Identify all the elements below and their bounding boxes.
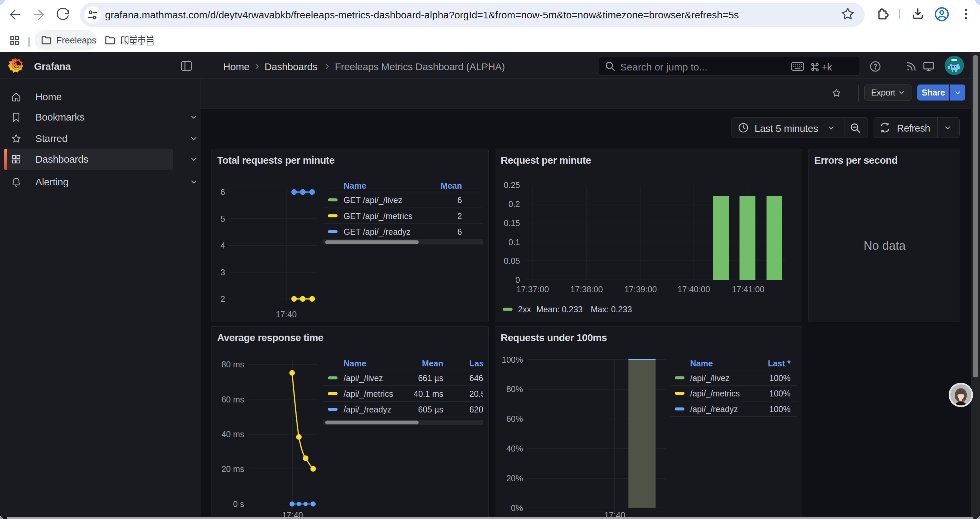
svg-text:0.2: 0.2 [508,200,520,209]
svg-text:Max: 0.233: Max: 0.233 [591,305,632,314]
svg-text:40.1 ms: 40.1 ms [414,389,443,398]
svg-text:40 ms: 40 ms [221,430,244,439]
svg-text:605 µs: 605 µs [418,405,443,414]
svg-text:0%: 0% [511,503,523,513]
svg-text:Last *: Last * [768,359,791,368]
svg-text:0.25: 0.25 [504,180,520,190]
svg-text:2: 2 [221,294,225,303]
svg-text:2: 2 [457,211,462,221]
svg-text:661 µs: 661 µs [418,374,443,383]
svg-text:80%: 80% [506,385,523,394]
svg-text:0 s: 0 s [233,499,244,509]
svg-text:0.1: 0.1 [508,238,520,247]
svg-text:100%: 100% [502,355,523,364]
svg-text:6: 6 [457,195,462,205]
svg-text:17:40:00: 17:40:00 [678,284,710,294]
svg-text:GET /api/_/readyz: GET /api/_/readyz [344,227,410,236]
svg-text:Name: Name [690,359,713,368]
svg-text:Mean: Mean [422,359,443,368]
svg-text:20%: 20% [506,474,523,483]
svg-text:60%: 60% [506,414,523,423]
svg-text:60 ms: 60 ms [221,395,244,404]
svg-text:4: 4 [221,241,225,250]
svg-text:GET /api/_/metrics: GET /api/_/metrics [344,211,413,221]
svg-text:6: 6 [457,227,462,236]
svg-text:17:37:00: 17:37:00 [516,284,549,294]
svg-text:/api/_/metrics: /api/_/metrics [690,389,740,398]
svg-text:17:38:00: 17:38:00 [570,284,603,294]
svg-text:5: 5 [221,214,225,224]
svg-text:100%: 100% [769,389,791,398]
svg-text:/api/_/livez: /api/_/livez [344,374,383,383]
svg-text:17:40: 17:40 [276,310,297,319]
svg-text:0.05: 0.05 [504,256,520,265]
svg-text:2xx: 2xx [518,305,531,314]
svg-text:6: 6 [221,187,225,197]
svg-text:100%: 100% [769,374,791,383]
svg-text:GET /api/_/livez: GET /api/_/livez [344,195,402,205]
svg-text:/api/_/livez: /api/_/livez [690,374,730,383]
svg-text:Name: Name [344,181,366,190]
svg-text:80 ms: 80 ms [221,360,244,369]
svg-text:Name: Name [344,359,366,368]
svg-text:Mean: 0.233: Mean: 0.233 [536,305,583,314]
svg-text:3: 3 [221,268,225,277]
svg-text:/api/_/readyz: /api/_/readyz [344,405,391,414]
svg-text:20 ms: 20 ms [221,464,244,474]
svg-text:/api/_/metrics: /api/_/metrics [344,389,393,398]
svg-text:17:41:00: 17:41:00 [732,284,764,294]
svg-text:0.15: 0.15 [504,219,520,228]
svg-text:0: 0 [515,275,520,284]
svg-text:17:39:00: 17:39:00 [624,284,657,294]
svg-text:Mean: Mean [441,181,462,190]
svg-text:40%: 40% [506,444,523,453]
svg-text:/api/_/readyz: /api/_/readyz [690,404,738,414]
svg-text:100%: 100% [769,404,791,414]
